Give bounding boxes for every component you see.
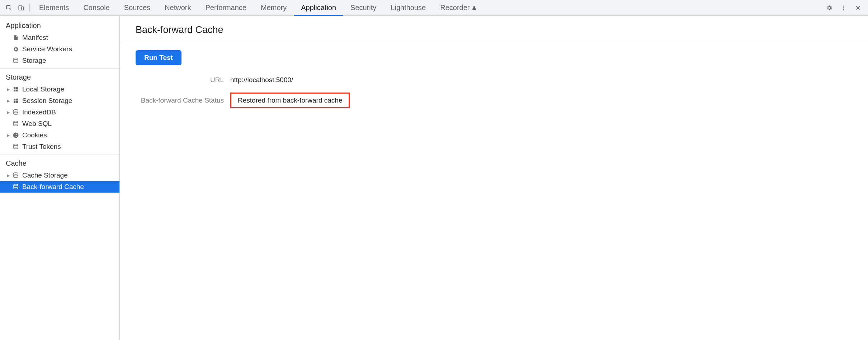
- sidebar-item-label: IndexedDB: [22, 108, 56, 116]
- sidebar-item-trust-tokens[interactable]: ▶ Trust Tokens: [0, 141, 119, 152]
- sidebar-item-label: Trust Tokens: [22, 143, 61, 151]
- tab-memory[interactable]: Memory: [254, 0, 294, 15]
- expand-arrow-icon[interactable]: ▶: [6, 87, 11, 92]
- application-sidebar: Application ▶ Manifest ▶ Service Workers…: [0, 16, 120, 340]
- devtools-tabs: Elements Console Sources Network Perform…: [32, 0, 822, 15]
- url-label: URL: [131, 76, 224, 84]
- svg-rect-2: [22, 7, 24, 10]
- sidebar-group-cache: Cache: [0, 155, 119, 170]
- status-value: Restored from back-forward cache: [230, 93, 350, 108]
- close-devtools-icon[interactable]: [851, 0, 865, 16]
- svg-point-22: [14, 144, 18, 146]
- url-value: http://localhost:5000/: [230, 76, 857, 84]
- tab-label: Performance: [206, 4, 247, 12]
- tab-label: Memory: [261, 4, 287, 12]
- tab-label: Application: [301, 4, 336, 12]
- sidebar-item-service-workers[interactable]: ▶ Service Workers: [0, 43, 119, 55]
- svg-point-20: [15, 136, 15, 136]
- sidebar-item-cookies[interactable]: ▶ Cookies: [0, 129, 119, 141]
- sidebar-item-label: Storage: [22, 57, 46, 65]
- sidebar-item-back-forward-cache[interactable]: ▶ Back-forward Cache: [0, 181, 119, 193]
- svg-point-15: [14, 110, 18, 112]
- svg-point-17: [13, 133, 19, 138]
- svg-point-4: [843, 7, 844, 8]
- bfcache-details: URL http://localhost:5000/ Back-forward …: [131, 76, 857, 108]
- sidebar-item-session-storage[interactable]: ▶ Session Storage: [0, 95, 119, 107]
- device-toolbar-icon[interactable]: [15, 0, 27, 16]
- tab-recorder[interactable]: Recorder: [433, 0, 484, 15]
- sidebar-item-label: Service Workers: [22, 45, 72, 53]
- sidebar-group-storage: Storage: [0, 69, 119, 84]
- sidebar-item-indexeddb[interactable]: ▶ IndexedDB: [0, 107, 119, 118]
- sidebar-item-cache-storage[interactable]: ▶ Cache Storage: [0, 170, 119, 181]
- bfcache-view: Back-forward Cache Run Test URL http://l…: [120, 16, 868, 340]
- svg-rect-11: [14, 99, 15, 100]
- expand-arrow-icon[interactable]: ▶: [6, 99, 11, 103]
- sidebar-item-local-storage[interactable]: ▶ Local Storage: [0, 84, 119, 95]
- gear-icon: [11, 46, 20, 52]
- expand-arrow-icon[interactable]: ▶: [6, 173, 11, 178]
- sidebar-group-application: Application: [0, 17, 119, 32]
- svg-point-16: [14, 121, 18, 123]
- sidebar-group-separator: [0, 195, 119, 195]
- svg-point-21: [16, 136, 17, 137]
- tab-label: Sources: [124, 4, 150, 12]
- tab-label: Console: [83, 4, 109, 12]
- svg-rect-7: [14, 87, 15, 89]
- sidebar-item-label: Web SQL: [22, 120, 52, 128]
- run-test-button[interactable]: Run Test: [136, 50, 181, 65]
- database-icon: [11, 184, 20, 190]
- sidebar-item-label: Manifest: [22, 34, 48, 42]
- kebab-menu-icon[interactable]: [836, 0, 851, 16]
- svg-rect-14: [16, 101, 18, 103]
- svg-rect-9: [14, 90, 15, 91]
- tab-security[interactable]: Security: [343, 0, 383, 15]
- file-icon: [11, 34, 20, 41]
- sidebar-item-label: Back-forward Cache: [22, 183, 84, 191]
- tabbar-right-icons: [822, 0, 865, 16]
- svg-point-5: [843, 9, 844, 10]
- svg-point-19: [16, 134, 17, 135]
- content-divider: [120, 42, 868, 42]
- devtools-tabbar: Elements Console Sources Network Perform…: [0, 0, 868, 16]
- svg-rect-13: [14, 101, 15, 103]
- flask-icon: [472, 5, 477, 10]
- sidebar-item-label: Session Storage: [22, 97, 72, 105]
- sidebar-item-web-sql[interactable]: ▶ Web SQL: [0, 118, 119, 129]
- content-title: Back-forward Cache: [131, 22, 857, 42]
- svg-point-24: [14, 184, 18, 186]
- grid-icon: [11, 98, 20, 104]
- tab-label: Lighthouse: [391, 4, 426, 12]
- status-label: Back-forward Cache Status: [131, 96, 224, 104]
- database-icon: [11, 172, 20, 179]
- svg-rect-8: [16, 87, 18, 89]
- database-icon: [11, 109, 20, 115]
- tab-performance[interactable]: Performance: [198, 0, 254, 15]
- svg-point-3: [843, 5, 844, 6]
- database-icon: [11, 57, 20, 64]
- inspect-element-icon[interactable]: [3, 0, 15, 16]
- svg-point-23: [14, 173, 18, 175]
- sidebar-item-storage[interactable]: ▶ Storage: [0, 55, 119, 66]
- svg-rect-12: [16, 99, 18, 100]
- svg-rect-10: [16, 90, 18, 91]
- sidebar-item-label: Local Storage: [22, 85, 64, 93]
- cookie-icon: [11, 132, 20, 138]
- tab-console[interactable]: Console: [76, 0, 117, 15]
- sidebar-item-label: Cookies: [22, 131, 47, 139]
- tabbar-divider: [29, 4, 30, 12]
- tab-label: Recorder: [440, 4, 470, 12]
- tab-sources[interactable]: Sources: [117, 0, 157, 15]
- sidebar-item-manifest[interactable]: ▶ Manifest: [0, 32, 119, 43]
- expand-arrow-icon[interactable]: ▶: [6, 133, 11, 138]
- tab-network[interactable]: Network: [157, 0, 198, 15]
- expand-arrow-icon[interactable]: ▶: [6, 110, 11, 115]
- grid-icon: [11, 86, 20, 92]
- tab-lighthouse[interactable]: Lighthouse: [383, 0, 433, 15]
- svg-point-18: [15, 134, 15, 135]
- tab-elements[interactable]: Elements: [32, 0, 76, 15]
- tab-application[interactable]: Application: [294, 0, 343, 15]
- application-panel: Application ▶ Manifest ▶ Service Workers…: [0, 16, 868, 340]
- settings-icon[interactable]: [822, 0, 836, 16]
- tab-label: Security: [350, 4, 376, 12]
